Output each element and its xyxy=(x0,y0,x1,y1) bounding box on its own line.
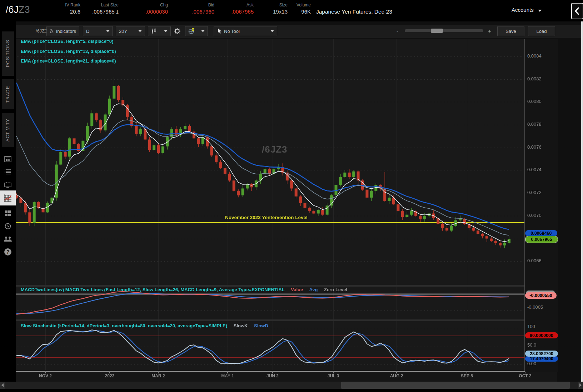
gear-icon xyxy=(174,28,181,35)
load-button[interactable]: Load xyxy=(528,26,555,36)
time-axis-label: MAY 1 xyxy=(221,373,234,378)
horizontal-scrollbar[interactable] xyxy=(0,382,583,389)
zoom-slider[interactable] xyxy=(405,29,483,32)
sidebar-tab-activity[interactable]: ACTIVITY xyxy=(2,113,14,147)
scroll-left-button[interactable] xyxy=(0,382,5,389)
chart-toolbar: /6JZ3 Indicators D 20Y xyxy=(16,25,583,38)
price-axis-label: 0.0080 xyxy=(527,99,542,104)
time-axis-label: JUN 2 xyxy=(266,373,279,378)
symbol-root: /6J xyxy=(6,4,19,15)
stoch-slowd-bubble: 17.4979400 xyxy=(525,356,558,362)
sidebar-media-button[interactable] xyxy=(0,179,16,191)
cursor-icon xyxy=(217,28,222,34)
sidebar-charts-button-active[interactable] xyxy=(0,190,16,205)
help-icon: ? xyxy=(4,248,11,255)
chevron-down-icon xyxy=(106,30,110,32)
time-axis-label: AUG 2 xyxy=(390,373,403,378)
zoom-in-button[interactable]: + xyxy=(488,28,491,34)
stoch-axis-tick-100: 100 xyxy=(527,324,535,329)
contract-title: Japanese Yen Futures, Dec-23 xyxy=(316,9,392,15)
price-axis-label: 0.0084 xyxy=(527,53,542,59)
stoch-legend-slowk: SlowK xyxy=(234,323,248,328)
ema5-label: EMA (price=CLOSE, length=5, displace=0) xyxy=(21,39,113,44)
range-dropdown[interactable]: 20Y xyxy=(116,26,145,36)
right-panel-handle[interactable] xyxy=(581,21,583,382)
price-axis-label: 0.0072 xyxy=(527,190,542,195)
time-axis-label: SEP 5 xyxy=(461,373,473,378)
collapse-panel-button[interactable] xyxy=(571,3,583,19)
time-axis-label: MAR 2 xyxy=(151,373,165,378)
symbol-display: /6JZ3 xyxy=(6,4,30,15)
sidebar-tools-button[interactable] xyxy=(0,207,16,219)
chart-type-dropdown[interactable] xyxy=(148,26,171,36)
toolbar-symbol-input[interactable]: /6JZ3 xyxy=(36,28,48,34)
yentervention-annotation: November 2022 Yentervention Level xyxy=(225,215,308,220)
macd-axis-tick: -0.0005 xyxy=(527,304,543,310)
drawing-tools-dropdown[interactable] xyxy=(185,26,208,36)
indicators-flask-icon xyxy=(50,28,54,34)
stoch-study-label: Slow Stochastic (kPeriod=14, dPeriod=3, … xyxy=(21,323,227,328)
time-axis-label: OCT 2 xyxy=(519,373,531,378)
history-clock-icon xyxy=(4,223,11,230)
price-axis-label: 0.0070 xyxy=(527,213,542,218)
people-icon xyxy=(4,236,12,242)
monitor-icon xyxy=(4,182,11,188)
sidebar-watchlist-button[interactable] xyxy=(0,166,16,178)
chart-icon xyxy=(4,194,12,202)
scroll-right-button[interactable] xyxy=(578,382,583,389)
aggregation-dropdown[interactable]: D xyxy=(83,26,113,36)
sidebar-help-button[interactable]: ? xyxy=(0,246,16,258)
stat-volume: Volume 96K xyxy=(290,2,311,15)
chevron-down-icon xyxy=(201,30,205,32)
time-axis-label: NOV 2 xyxy=(39,373,52,378)
chevron-down-icon xyxy=(164,30,168,32)
stoch-axis-tick-0: 0.00 xyxy=(527,361,536,366)
scrollbar-thumb[interactable] xyxy=(341,382,570,389)
accounts-menu[interactable]: Accounts xyxy=(512,7,542,13)
grid-icon xyxy=(5,210,11,217)
price-axis-label: 0.0076 xyxy=(527,144,542,150)
sidebar-history-button[interactable] xyxy=(0,220,16,232)
stoch-overbought-bubble: 80.0000000 xyxy=(525,332,558,338)
time-axis-label: JUL 3 xyxy=(328,373,339,378)
stat-ask: Ask .0067965 xyxy=(220,2,254,15)
stat-chg: Chg -.0000030 xyxy=(121,2,168,15)
ema-value-bubble: 0.0068460 xyxy=(525,230,557,236)
stoch-axis-tick-50: 50.0 xyxy=(527,342,536,348)
macd-study-label: MACDTwoLines(tw) MACD Two Lines (Fast Le… xyxy=(21,287,285,292)
chevron-down-icon xyxy=(138,30,142,32)
macd-legend-value: Value xyxy=(291,287,303,292)
stoch-study-row[interactable]: Slow Stochastic (kPeriod=14, dPeriod=3, … xyxy=(21,323,268,328)
candlestick-chart-icon xyxy=(151,28,157,34)
list-icon xyxy=(4,169,11,175)
time-axis-label: 2023 xyxy=(105,373,115,378)
sidebar-tab-positions[interactable]: POSITIONS xyxy=(2,31,14,76)
active-tool-dropdown[interactable]: No Tool xyxy=(214,26,277,36)
price-axis-label: 0.0074 xyxy=(527,167,542,172)
sidebar-news-button[interactable] xyxy=(0,153,16,165)
macd-study-row[interactable]: MACDTwoLines(tw) MACD Two Lines (Fast Le… xyxy=(21,287,347,292)
chevron-left-icon xyxy=(572,4,583,19)
price-axis-label: 0.0066 xyxy=(527,258,542,263)
stoch-slowk-bubble: 28.0982700 xyxy=(525,351,558,357)
sidebar-community-button[interactable] xyxy=(0,233,16,245)
sidebar-tab-trade[interactable]: TRADE xyxy=(2,79,14,109)
symbol-watermark: /6JZ3 xyxy=(262,144,288,155)
save-button[interactable]: Save xyxy=(497,26,524,36)
trading-app-window: /6JZ3 IV Rank 20.6 Last Size .0067965 1 … xyxy=(0,0,583,392)
price-axis-label: 0.0082 xyxy=(527,76,542,81)
last-price-bubble: 0.0067965 xyxy=(525,236,558,243)
indicators-button[interactable]: Indicators xyxy=(46,26,79,36)
triangle-right-icon xyxy=(579,383,582,387)
left-sidebar: POSITIONS TRADE ACTIVITY xyxy=(0,21,16,392)
panel-divider[interactable] xyxy=(16,319,524,321)
stat-size: Size 19x13 xyxy=(259,2,288,15)
stoch-legend-slowd: SlowD xyxy=(254,323,268,328)
chevron-down-icon xyxy=(270,30,274,32)
macd-legend-avg: Avg xyxy=(309,287,318,292)
zoom-out-button[interactable]: - xyxy=(397,28,398,34)
panel-divider[interactable] xyxy=(16,285,524,287)
zoom-slider-thumb[interactable] xyxy=(431,29,443,33)
bottom-strip xyxy=(0,389,583,392)
chart-settings-button[interactable] xyxy=(174,26,181,36)
